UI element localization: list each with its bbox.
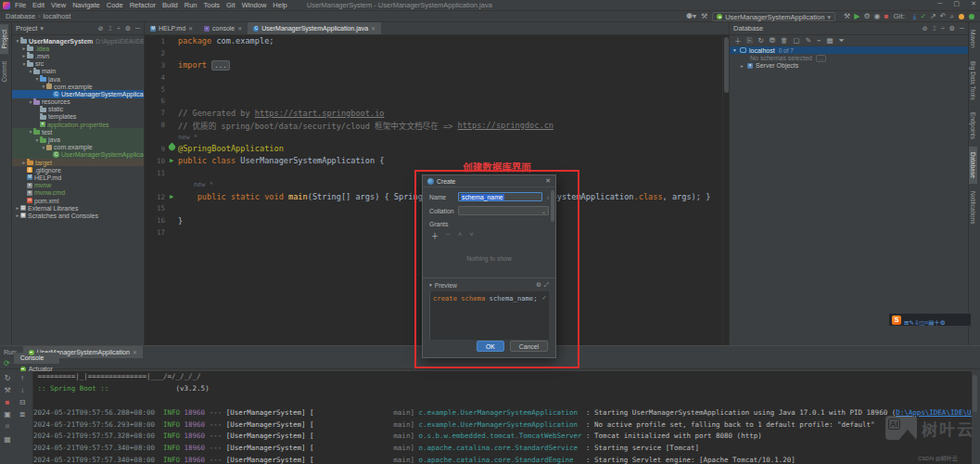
ok-button[interactable]: OK — [477, 341, 504, 352]
tree-item-.mvn[interactable]: ▸.mvn — [12, 52, 144, 59]
menu-edit[interactable]: Edit — [32, 1, 45, 9]
tool-stripe-commit[interactable]: Commit — [0, 56, 8, 87]
menu-window[interactable]: Window — [242, 1, 267, 9]
preview-code[interactable]: create schema schema_name; ✓ — [429, 291, 549, 340]
user-icon[interactable]: ⚉▾ — [686, 11, 696, 22]
panel-header-icon[interactable]: ─ — [960, 25, 964, 32]
wrench-icon[interactable]: ⚒ — [701, 11, 707, 22]
git-update-icon[interactable]: ⤓ — [913, 12, 917, 20]
tree-item-com.example[interactable]: ▾com.example — [12, 144, 144, 151]
menu-file[interactable]: File — [15, 1, 26, 9]
db-toolbar-icon[interactable]: ▢ — [794, 36, 800, 45]
undo-icon[interactable]: ↶ — [940, 12, 947, 20]
notification-dot-orange[interactable] — [959, 14, 964, 19]
console-nav-icon[interactable]: ≣ — [19, 410, 26, 419]
tool-stripe-database[interactable]: Database — [969, 147, 977, 184]
tool-stripe-endpoints[interactable]: Endpoints — [969, 107, 977, 145]
menu-build[interactable]: Build — [162, 1, 178, 9]
tree-item-test[interactable]: ▾test — [12, 128, 144, 135]
tree-item-external-libraries[interactable]: ▸▤External Libraries — [12, 204, 144, 212]
menu-run[interactable]: Run — [185, 1, 197, 9]
tool-stripe-notifications[interactable]: Notifications — [969, 186, 977, 229]
notification-dot-green[interactable] — [969, 14, 974, 19]
menu-view[interactable]: View — [51, 1, 66, 9]
console-output[interactable]: =========|_|==============|___/=/_/_/_/ … — [33, 371, 972, 464]
tree-item-templates[interactable]: templates — [12, 113, 144, 121]
chevron-down-icon[interactable]: ▾ — [40, 24, 44, 32]
editor-scrollbar[interactable] — [722, 35, 729, 345]
db-toolbar-icon[interactable]: ⌁ — [817, 36, 821, 45]
breadcrumb-localhost[interactable]: localhost — [44, 12, 71, 20]
coverage-icon[interactable]: ◉ — [874, 12, 881, 20]
tree-item-application.properties[interactable]: ≡application.properties — [12, 121, 144, 128]
run-gutter-icon[interactable]: ▶ — [170, 157, 173, 164]
log-file-link[interactable]: D:\Apps\IDEA\IDE\UserManagerSy — [896, 408, 972, 417]
console-action-icon[interactable]: ⌗ — [6, 422, 10, 432]
menu-tools[interactable]: Tools — [204, 1, 221, 9]
panel-header-icon[interactable]: ⌶ — [108, 25, 112, 32]
console-tab-console[interactable]: Console — [14, 353, 59, 364]
run-configuration-select[interactable]: UserManagerSystemApplication ▾ — [712, 12, 835, 21]
console-action-icon[interactable]: ▣ — [4, 410, 11, 419]
tree-item-usermanagersystem[interactable]: ▾UserManagerSystemD:\Apps\IDEA\IDE\UserM… — [12, 37, 144, 45]
maximize-icon[interactable]: ▢ — [954, 0, 961, 7]
console-action-icon[interactable]: ▦ — [4, 435, 11, 444]
menu-git[interactable]: Git — [226, 1, 235, 9]
tree-item-target[interactable]: ▸target — [12, 159, 144, 166]
close-icon[interactable]: ✕ — [371, 25, 375, 32]
panel-header-icon[interactable]: ⚙ — [125, 25, 131, 32]
tree-item-com.example[interactable]: ▾com.example — [12, 83, 144, 90]
stop-icon[interactable]: ■ — [885, 12, 889, 20]
collation-select[interactable]: ⌄ — [458, 206, 549, 215]
panel-header-icon[interactable]: ÷ — [941, 25, 945, 32]
tree-item-static[interactable]: static — [12, 106, 144, 113]
panel-header-icon[interactable]: ⌶ — [933, 25, 936, 32]
menu-refactor[interactable]: Refactor — [130, 1, 156, 9]
git-push-icon[interactable]: ↗ — [930, 12, 936, 20]
schemas-more-button[interactable]: … — [816, 55, 826, 62]
search-icon[interactable]: ⌕ — [950, 12, 954, 20]
tool-stripe-big-data-tools[interactable]: Big Data Tools — [969, 56, 977, 106]
close-icon[interactable]: ✕ — [971, 0, 976, 7]
tree-item-usermanagersystemapplicationtests[interactable]: CUserManagerSystemApplicationTests — [12, 151, 144, 159]
tree-item-resources[interactable]: ▾resources — [12, 98, 144, 106]
db-toolbar-icon[interactable]: ⛃ — [770, 36, 775, 45]
close-icon[interactable]: ✕ — [237, 25, 242, 32]
db-node-localhost[interactable]: ▾ localhost 0 of 7 — [730, 46, 968, 54]
db-toolbar-icon[interactable]: ⎘ — [747, 36, 753, 45]
remove-icon[interactable]: − — [446, 230, 451, 240]
db-toolbar-icon[interactable]: ↻ — [758, 36, 764, 45]
tree-item-src[interactable]: ▾src — [12, 60, 144, 68]
tree-item-java[interactable]: ▾java — [12, 135, 144, 143]
tree-item-java[interactable]: ▾java — [12, 75, 144, 83]
console-action-icon[interactable]: ■ — [6, 398, 10, 406]
project-panel-title[interactable]: Project — [16, 24, 37, 32]
panel-header-icon[interactable]: ⊘ — [923, 25, 928, 32]
panel-header-icon[interactable]: ÷ — [117, 25, 121, 32]
screenshot-tool-logo[interactable]: S — [892, 316, 901, 325]
gear-icon[interactable]: ⚙ — [536, 281, 541, 289]
tool-stripe-maven[interactable]: Maven — [969, 24, 977, 54]
menu-help[interactable]: Help — [273, 1, 286, 9]
name-input[interactable]: schema_name — [458, 192, 542, 201]
cancel-button[interactable]: Cancel — [510, 341, 548, 352]
panel-header-icon[interactable]: ⚙ — [949, 25, 955, 32]
console-action-icon[interactable]: ⚒ — [4, 386, 10, 394]
editor-tab-console[interactable]: ›console✕ — [198, 22, 248, 34]
tree-item-.gitignore[interactable]: g.gitignore — [12, 166, 144, 174]
tree-item-mvnw.cmd[interactable]: ≡mvnw.cmd — [12, 189, 144, 197]
debug-icon[interactable]: ⚙ — [863, 12, 870, 20]
console-nav-icon[interactable]: ↓ — [20, 386, 24, 394]
git-commit-icon[interactable]: ✓ — [920, 12, 926, 20]
tree-item-pom.xml[interactable]: mpom.xml — [12, 197, 144, 204]
db-node-server-objects[interactable]: ▸ ≡ Server Objects — [730, 62, 968, 70]
editor-tab-usermanagersystemapplication.java[interactable]: CUserManagerSystemApplication.java✕ — [248, 22, 381, 34]
dialog-scrollbar[interactable] — [551, 190, 554, 274]
spring-leaf-icon[interactable] — [167, 143, 176, 152]
tree-item-usermanagersystemapplication[interactable]: CUserManagerSystemApplication — [12, 90, 144, 97]
tree-item-.idea[interactable]: ▸.idea — [12, 45, 144, 52]
add-icon[interactable]: ＋ — [431, 230, 439, 240]
tool-stripe-project[interactable]: Project — [0, 24, 8, 54]
db-toolbar-icon[interactable]: ＋ — [734, 35, 742, 45]
close-icon[interactable]: ✕ — [188, 25, 193, 32]
